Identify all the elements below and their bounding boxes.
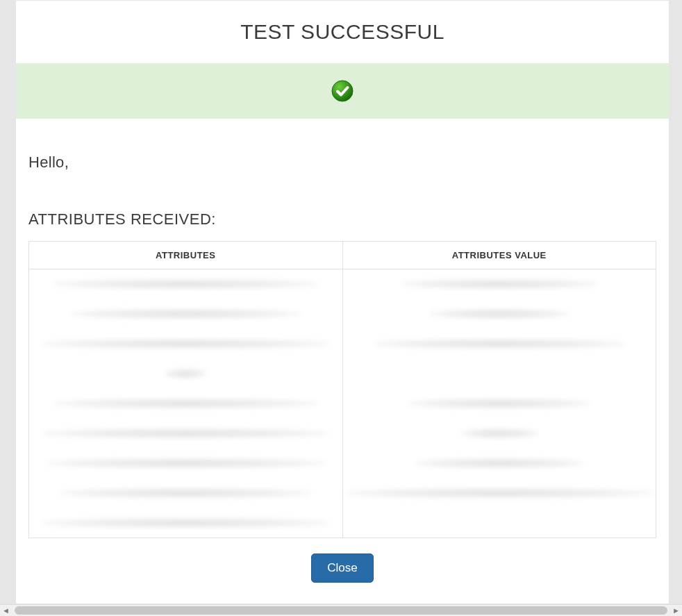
attribute-value-cell <box>342 419 656 449</box>
redacted-content <box>71 309 300 319</box>
table-row <box>29 329 656 359</box>
col-header-values: ATTRIBUTES VALUE <box>342 242 656 269</box>
attribute-value-cell <box>342 269 656 299</box>
redacted-content <box>402 279 597 289</box>
scroll-right-arrow-icon[interactable]: ► <box>670 605 682 617</box>
table-row <box>29 389 656 419</box>
table-row <box>29 419 656 449</box>
page-title: TEST SUCCESSFUL <box>16 20 669 44</box>
attribute-cell <box>29 389 343 419</box>
redacted-content <box>43 339 328 349</box>
attributes-table: ATTRIBUTES ATTRIBUTES VALUE <box>28 241 656 538</box>
scroll-track[interactable] <box>12 605 670 616</box>
svg-point-0 <box>332 81 353 101</box>
redacted-content <box>409 399 590 408</box>
redacted-content <box>374 339 624 349</box>
attribute-value-cell <box>342 478 656 508</box>
redacted-content <box>347 488 652 498</box>
scroll-left-arrow-icon[interactable]: ◄ <box>0 605 12 617</box>
redacted-content <box>416 458 583 468</box>
redacted-content <box>60 488 310 498</box>
attribute-cell <box>29 449 343 478</box>
attribute-cell <box>29 419 343 449</box>
attribute-value-cell <box>342 299 656 329</box>
attribute-cell <box>29 269 343 299</box>
result-card: TEST SUCCESSFUL Hello, ATTRIBUTES RECEIV… <box>15 0 669 604</box>
redacted-content <box>43 518 328 528</box>
redacted-content <box>165 369 206 378</box>
table-row <box>29 478 656 508</box>
table-row <box>29 359 656 389</box>
redacted-content <box>53 399 317 408</box>
col-header-attributes: ATTRIBUTES <box>29 242 343 269</box>
redacted-content <box>47 458 324 468</box>
redacted-content <box>43 428 328 438</box>
table-row <box>29 508 656 538</box>
table-row <box>29 269 656 299</box>
attributes-heading: ATTRIBUTES RECEIVED: <box>28 210 656 228</box>
attribute-cell <box>29 329 343 359</box>
table-header-row: ATTRIBUTES ATTRIBUTES VALUE <box>29 242 656 269</box>
table-row <box>29 449 656 478</box>
scroll-thumb[interactable] <box>15 606 667 615</box>
attribute-cell <box>29 299 343 329</box>
close-button-row: Close <box>28 553 656 583</box>
attribute-value-cell <box>342 389 656 419</box>
attribute-cell <box>29 508 343 538</box>
page-background: TEST SUCCESSFUL Hello, ATTRIBUTES RECEIV… <box>0 0 682 616</box>
attribute-value-cell <box>342 359 656 389</box>
attribute-value-cell <box>342 508 656 538</box>
table-row <box>29 299 656 329</box>
success-band <box>16 63 669 119</box>
attribute-cell <box>29 478 343 508</box>
close-button[interactable]: Close <box>311 553 373 583</box>
redacted-content <box>430 309 569 319</box>
success-check-icon <box>331 80 354 102</box>
attribute-value-cell <box>342 329 656 359</box>
redacted-content <box>461 428 538 438</box>
greeting-text: Hello, <box>28 153 656 172</box>
attribute-cell <box>29 359 343 389</box>
attribute-value-cell <box>342 449 656 478</box>
horizontal-scrollbar[interactable]: ◄ ► <box>0 604 682 616</box>
content-area: Hello, ATTRIBUTES RECEIVED: ATTRIBUTES A… <box>16 119 669 590</box>
redacted-content <box>53 279 317 289</box>
